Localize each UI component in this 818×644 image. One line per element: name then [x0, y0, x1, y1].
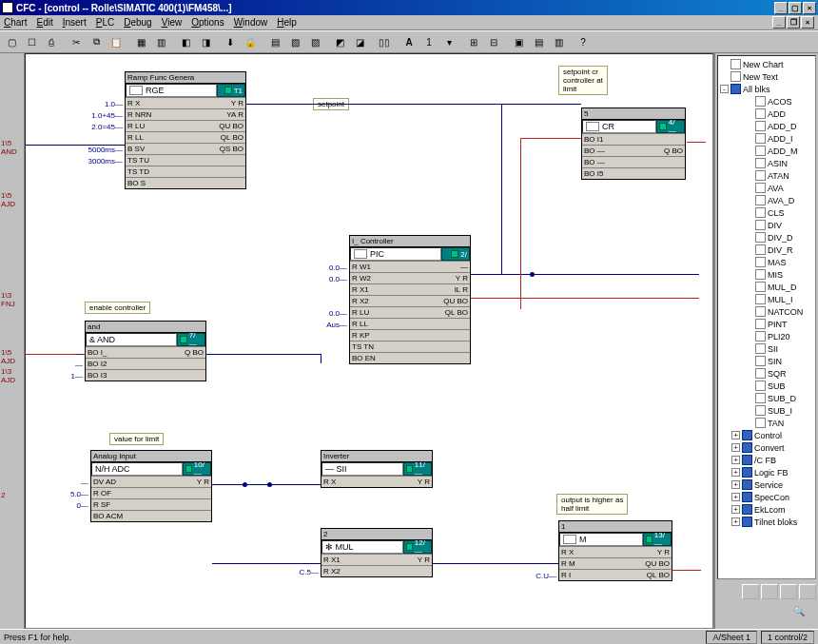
tool-arrow[interactable]: ▾	[439, 32, 458, 51]
block-rge[interactable]: Ramp Func Genera RGE T1 R XR NRNR LUR LL…	[125, 71, 246, 189]
menu-edit[interactable]: Edit	[36, 17, 52, 28]
port-in[interactable]: BO I1	[582, 133, 633, 145]
catalog-btn-2[interactable]	[761, 584, 778, 599]
tool-num[interactable]: 1	[419, 32, 438, 51]
close-button[interactable]: ×	[803, 2, 816, 14]
port-in[interactable]: TS TD	[126, 166, 185, 177]
block-sii[interactable]: Inverter — SII 11/— R XY R	[321, 450, 433, 488]
maximize-button[interactable]: ▢	[789, 2, 802, 14]
tree-item[interactable]: ADD_M	[720, 145, 813, 157]
block-adc[interactable]: Analog Input N/H ADC 10/— DV ADR OFR SFB…	[90, 450, 212, 522]
tree-item[interactable]: -All blks	[720, 83, 813, 95]
port-out[interactable]: QL BO	[185, 131, 245, 143]
tree-item[interactable]: +Logic FB	[720, 466, 813, 478]
mdi-minimize-button[interactable]: _	[772, 16, 786, 29]
tree-item[interactable]: ASIN	[720, 157, 813, 169]
tree-item[interactable]: +SpecCon	[720, 491, 813, 503]
tool-l[interactable]: ▣	[509, 32, 528, 51]
tool-j[interactable]: ⊞	[464, 32, 483, 51]
tree-item[interactable]: ACOS	[720, 95, 813, 107]
menu-options[interactable]: Options	[191, 17, 224, 28]
port-out[interactable]	[633, 156, 685, 167]
tool-text[interactable]: A	[399, 32, 419, 51]
tree-item[interactable]: SUB_D	[720, 392, 813, 404]
tree-item[interactable]: MIS	[720, 268, 813, 281]
tree-item[interactable]: DIV_R	[720, 244, 813, 256]
port-out[interactable]: Q BO	[633, 145, 685, 156]
tool-download[interactable]: ⬇	[221, 32, 240, 51]
tree-item[interactable]: SUB	[720, 380, 813, 392]
tool-paste[interactable]: 📋	[107, 32, 126, 51]
tool-k[interactable]: ⊟	[484, 32, 503, 51]
block-and[interactable]: and & AND 7/— BO I_BO I2BO I3Q BO	[85, 321, 206, 381]
catalog-btn-3[interactable]	[780, 584, 797, 599]
tool-print[interactable]: ⎙	[42, 32, 61, 51]
port-out[interactable]: QS BO	[185, 143, 245, 154]
port-in[interactable]: R X	[126, 97, 185, 108]
port-out[interactable]: —	[410, 261, 470, 272]
catalog-find-button[interactable]: 🔍	[793, 606, 814, 625]
tree-item[interactable]: +EkLcom	[720, 503, 813, 516]
tree-item[interactable]: PINT	[720, 318, 813, 330]
expand-icon[interactable]: +	[731, 480, 740, 489]
port-out[interactable]: QU BO	[185, 120, 245, 131]
port-out[interactable]: QL BO	[615, 569, 672, 580]
tool-cut[interactable]: ✂	[67, 32, 86, 51]
port-out[interactable]	[377, 565, 432, 576]
tree-item[interactable]: New Text	[720, 70, 813, 83]
port-in[interactable]: R KP	[350, 329, 410, 341]
collapse-icon[interactable]: -	[720, 85, 729, 93]
tool-help[interactable]: ?	[574, 32, 593, 51]
tool-m[interactable]: ▤	[529, 32, 548, 51]
expand-icon[interactable]: +	[731, 517, 740, 526]
port-in[interactable]: R X	[559, 546, 615, 557]
block-m[interactable]: 1 M 13/— R XR MR IY RQU BOQL BO	[558, 520, 672, 581]
chart-canvas[interactable]: setpoint setpoint cr controller at limit…	[25, 53, 713, 629]
port-out[interactable]: YA R	[185, 108, 245, 120]
port-in[interactable]: BO —	[582, 145, 633, 156]
port-in[interactable]: R OF	[91, 487, 151, 498]
port-out[interactable]	[410, 318, 470, 329]
menu-window[interactable]: Window	[234, 17, 268, 28]
port-out[interactable]	[633, 133, 685, 145]
tree-item[interactable]: +Control	[720, 429, 813, 441]
tree-item[interactable]: MAS	[720, 256, 813, 268]
port-out[interactable]	[185, 166, 245, 177]
port-in[interactable]: R I	[559, 569, 615, 580]
expand-icon[interactable]: +	[731, 505, 740, 514]
mdi-close-button[interactable]: ×	[801, 16, 814, 29]
port-out[interactable]: QU BO	[410, 295, 470, 306]
tool-n[interactable]: ▥	[549, 32, 568, 51]
port-out[interactable]	[410, 341, 470, 352]
tree-item[interactable]: SUB_I	[720, 404, 813, 417]
catalog-btn-4[interactable]	[799, 584, 816, 599]
port-in[interactable]: BO ACM	[91, 510, 151, 521]
port-in[interactable]: BO I3	[86, 369, 146, 381]
tree-item[interactable]: +Service	[720, 478, 813, 491]
tool-b[interactable]: ▥	[151, 32, 170, 51]
menu-view[interactable]: View	[162, 17, 183, 28]
port-out[interactable]: Y R	[615, 546, 672, 557]
tree-item[interactable]: PLI20	[720, 330, 813, 342]
tree-item[interactable]: ADD_I	[720, 132, 813, 145]
tree-item[interactable]: New Chart	[720, 58, 813, 70]
expand-icon[interactable]: +	[731, 456, 740, 464]
port-out[interactable]	[633, 167, 685, 179]
tool-c[interactable]: ◧	[176, 32, 195, 51]
port-out[interactable]	[146, 358, 205, 369]
tree-item[interactable]: SQR	[720, 367, 813, 380]
port-out[interactable]	[410, 352, 470, 363]
port-out[interactable]	[146, 369, 205, 381]
tool-a[interactable]: ▦	[131, 32, 150, 51]
port-in[interactable]: R W1	[350, 261, 410, 272]
port-out[interactable]	[151, 510, 211, 521]
tree-item[interactable]: SIN	[720, 355, 813, 367]
expand-icon[interactable]: +	[731, 493, 740, 501]
port-in[interactable]: R X	[321, 476, 377, 487]
port-in[interactable]: R X2	[321, 565, 377, 576]
tool-i[interactable]: ◪	[350, 32, 369, 51]
tool-d[interactable]: ◨	[196, 32, 215, 51]
menu-plc[interactable]: PLC	[96, 17, 114, 28]
tree-item[interactable]: ATAN	[720, 169, 813, 182]
port-out[interactable]: QL BO	[410, 306, 470, 318]
